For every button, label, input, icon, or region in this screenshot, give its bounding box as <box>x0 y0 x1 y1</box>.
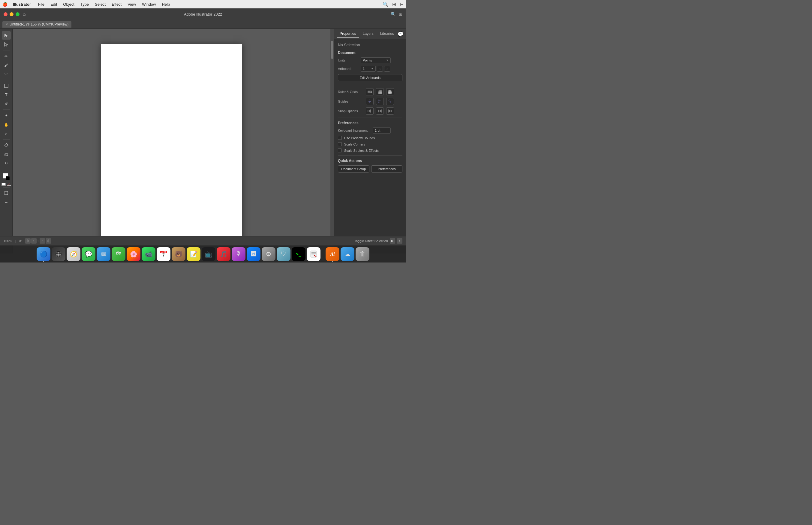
scroll-right-btn[interactable]: › <box>397 238 402 244</box>
edit-artboards-button[interactable]: Edit Artboards <box>338 74 402 81</box>
rotate-tool[interactable]: ↻ <box>2 159 11 167</box>
panel-comment-icon[interactable]: 💬 <box>397 31 404 37</box>
menu-effect[interactable]: Effect <box>109 1 124 7</box>
keyboard-increment-input[interactable] <box>373 127 391 134</box>
dock-appletv[interactable]: 📺 <box>202 247 215 261</box>
artboard-first-btn[interactable]: |‹ <box>25 238 31 244</box>
search-icon[interactable]: 🔍 <box>382 1 389 7</box>
dock-appstore[interactable]: 🅰 <box>247 247 260 261</box>
shaper-tool[interactable] <box>2 141 11 149</box>
menu-edit[interactable]: Edit <box>48 1 59 7</box>
dock-podcasts[interactable]: 🎙 <box>232 247 245 261</box>
menu-view[interactable]: View <box>125 1 138 7</box>
scale-corners-checkbox[interactable] <box>338 142 342 146</box>
scale-tool[interactable]: ✦ <box>2 111 11 120</box>
ruler-icon-btn[interactable] <box>366 88 374 95</box>
eraser-tool[interactable] <box>2 150 11 159</box>
app-name[interactable]: Illustrator <box>11 1 33 7</box>
dock-textedit[interactable] <box>307 247 320 261</box>
hand-tool[interactable]: ✋ <box>2 120 11 129</box>
guides-icon-btn-1[interactable] <box>366 98 374 105</box>
dock-bear[interactable]: 🐻 <box>172 247 185 261</box>
scale-strokes-checkbox[interactable] <box>338 149 342 152</box>
close-button[interactable] <box>4 12 7 16</box>
dock-maps[interactable]: 🗺 <box>111 247 125 261</box>
toggle-arrow-btn[interactable]: ▶ <box>390 238 395 244</box>
tab-libraries[interactable]: Libraries <box>377 30 397 38</box>
dock-icloud[interactable]: ☁ <box>341 247 355 261</box>
selection-tool[interactable] <box>2 31 11 40</box>
document-setup-button[interactable]: Document Setup <box>338 165 370 172</box>
color-fill-indicator[interactable] <box>1 183 6 186</box>
direct-selection-tool[interactable] <box>2 40 11 49</box>
tab-close-icon[interactable]: ✕ <box>5 22 8 26</box>
snap-icon-btn-2[interactable] <box>376 107 384 115</box>
dock-sysprefs[interactable]: ⚙ <box>262 247 275 261</box>
scroll-thumb[interactable] <box>331 41 333 59</box>
pencil-tool[interactable]: ✏ <box>2 52 11 60</box>
menu-window[interactable]: Window <box>139 1 158 7</box>
warp-tool[interactable]: ↺ <box>2 100 11 108</box>
blob-brush-tool[interactable]: 〰 <box>2 70 11 78</box>
artboard-prev[interactable]: ‹ <box>377 66 383 72</box>
artboard-select[interactable]: 1 ▼ <box>361 66 376 72</box>
menu-help[interactable]: Help <box>159 1 172 7</box>
use-preview-bounds-checkbox[interactable] <box>338 136 342 140</box>
artboard-next-status-btn[interactable]: › <box>40 238 45 244</box>
svg-point-44 <box>58 252 59 254</box>
more-tools[interactable]: ••• <box>2 198 11 206</box>
snap-icon-btn-1[interactable] <box>366 107 374 115</box>
grid-icon-btn[interactable] <box>376 88 384 95</box>
artboard-last-btn[interactable]: ›| <box>46 238 51 244</box>
artboard-prev-btn[interactable]: ‹ <box>31 238 36 244</box>
search-title-icon[interactable]: 🔍 <box>391 12 396 16</box>
menu-object[interactable]: Object <box>61 1 77 7</box>
menu-type[interactable]: Type <box>78 1 91 7</box>
dock-photos[interactable]: 🌸 <box>126 247 140 261</box>
dock-launchpad[interactable] <box>51 247 65 261</box>
dock-finder[interactable]: 🔵 <box>36 247 50 261</box>
pixel-grid-icon-btn[interactable] <box>386 88 394 95</box>
dock-safari[interactable]: 🧭 <box>66 247 80 261</box>
artboard-next[interactable]: › <box>384 66 390 72</box>
minimize-button[interactable] <box>10 12 14 16</box>
dock-messages[interactable]: 💬 <box>81 247 95 261</box>
dock-illustrator[interactable]: Ai <box>326 247 340 261</box>
dock-nord[interactable]: 🛡 <box>277 247 290 261</box>
grid-icon[interactable]: ⊞ <box>392 1 396 7</box>
fill-stroke-swatches[interactable] <box>3 173 10 180</box>
guides-icon-btn-3[interactable] <box>386 98 394 105</box>
snap-icon-btn-3[interactable] <box>386 107 394 115</box>
rotation-value: 0° <box>19 239 22 243</box>
stroke-swatch[interactable] <box>6 176 10 180</box>
units-select[interactable]: Points ▼ <box>361 57 391 63</box>
artboard-tool[interactable] <box>2 189 11 197</box>
dock-trash[interactable]: 🗑 <box>356 247 370 261</box>
dock-calendar[interactable]: APR 7 <box>156 247 170 261</box>
dock-notes[interactable]: 📝 <box>187 247 200 261</box>
dock-mail[interactable]: ✉ <box>96 247 110 261</box>
svg-rect-24 <box>391 91 392 92</box>
dock-facetime[interactable]: 📹 <box>141 247 155 261</box>
preferences-button[interactable]: Preferences <box>371 165 403 172</box>
rectangle-tool[interactable] <box>2 81 11 90</box>
tab-properties[interactable]: Properties <box>337 30 359 38</box>
dock-music[interactable]: 🎵 <box>217 247 230 261</box>
menu-file[interactable]: File <box>36 1 47 7</box>
menu-select[interactable]: Select <box>92 1 108 7</box>
brush-tool[interactable]: 🖌 <box>2 61 11 69</box>
zoom-tool[interactable]: ⌕ <box>2 129 11 138</box>
dock-terminal[interactable]: >_ <box>292 247 305 261</box>
canvas-area[interactable]: ‹ <box>13 29 330 254</box>
document-tab[interactable]: ✕ Untitled-1 @ 156 % (CMYK/Preview) <box>2 21 72 28</box>
canvas-vscrollbar[interactable] <box>330 29 334 254</box>
apple-menu[interactable]: 🍎 <box>2 2 7 6</box>
tab-layers[interactable]: Layers <box>360 30 377 38</box>
type-tool[interactable]: T <box>2 91 11 99</box>
fullscreen-button[interactable] <box>16 12 19 16</box>
no-stroke-indicator[interactable] <box>7 183 11 186</box>
view-switcher-icon[interactable]: ⊞ <box>399 12 402 16</box>
control-icon[interactable]: ⊟ <box>400 1 404 7</box>
guides-icon-btn-2[interactable] <box>376 98 384 105</box>
home-icon[interactable]: ⌂ <box>23 11 26 17</box>
